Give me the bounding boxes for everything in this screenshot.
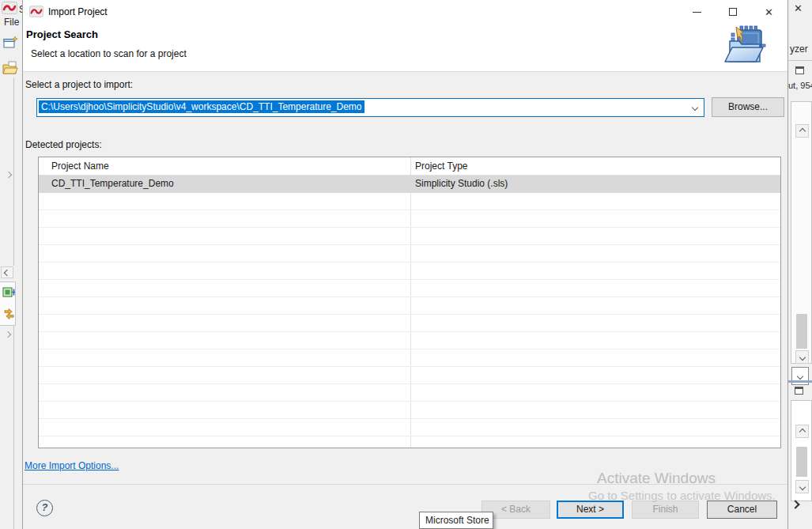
panel-edge [13, 77, 14, 266]
scroll-panel [791, 400, 812, 501]
menu-file[interactable]: File [4, 17, 19, 28]
restore-pane-icon[interactable] [795, 387, 803, 395]
refresh-sync-icon[interactable] [3, 308, 15, 323]
help-button[interactable]: ? [36, 500, 53, 516]
hscroll-right-button[interactable] [791, 500, 799, 508]
dialog-title: Import Project [48, 6, 108, 17]
table-row-empty [39, 315, 780, 332]
detected-projects-label: Detected projects: [25, 139, 102, 150]
hscroll-left-button[interactable] [1, 266, 13, 278]
panel-edge [13, 326, 14, 529]
wizard-header-subtitle: Select a location to scan for a project [31, 48, 187, 59]
chevron-down-icon [799, 483, 805, 489]
tab-label-partial[interactable]: yzer [790, 43, 808, 55]
import-project-graphic-icon [719, 25, 768, 70]
activate-windows-watermark-line2: Go to Settings to activate Windows. [588, 489, 776, 502]
activate-windows-watermark-line1: Activate Windows [597, 470, 716, 487]
maximize-button[interactable] [715, 0, 750, 24]
restore-pane-icon[interactable] [795, 66, 804, 74]
table-row-empty [39, 384, 780, 402]
close-view-icon[interactable]: ✕ [794, 2, 803, 14]
expand-panel-icon[interactable] [6, 172, 12, 178]
window-controls: ✕ [679, 0, 787, 24]
scroll-down-button[interactable] [795, 350, 809, 364]
table-row-empty [39, 280, 780, 297]
maximize-icon [729, 8, 737, 16]
project-type-cell: Simplicity Studio (.sls) [415, 178, 508, 189]
divider [788, 380, 812, 383]
table-header-row: Project Name Project Type [39, 157, 780, 176]
table-row-empty [39, 210, 780, 228]
chevron-down-icon[interactable] [692, 104, 698, 111]
scroll-up-button[interactable] [795, 124, 809, 138]
wizard-header-title: Project Search [26, 28, 98, 40]
finish-button: Finish [632, 501, 699, 519]
close-icon: ✕ [765, 6, 773, 18]
table-row-empty [39, 402, 780, 419]
column-header-project-type[interactable]: Project Type [415, 161, 467, 172]
main-window-right-rail: ✕ yzer ut, 954 [788, 0, 812, 529]
project-path-value: C:\Users\djhoo\SimplicityStudio\v4_works… [39, 100, 364, 113]
scroll-panel [791, 101, 812, 364]
dialog-app-icon [29, 6, 43, 21]
dialog-titlebar[interactable]: Import Project ✕ [23, 0, 787, 24]
divider [788, 60, 812, 61]
table-row-empty [39, 436, 780, 448]
table-row-empty [39, 245, 780, 263]
chevron-left-icon [4, 269, 10, 275]
table-row-empty [39, 367, 780, 384]
project-name-cell: CD_TTI_Temperature_Demo [51, 178, 174, 189]
column-header-project-name[interactable]: Project Name [51, 161, 109, 172]
screen: S File [0, 0, 812, 529]
scrollbar-thumb[interactable] [796, 314, 807, 349]
table-row-empty [39, 297, 780, 315]
table-row-empty [39, 419, 780, 436]
expand-panel-icon[interactable] [5, 331, 11, 338]
scroll-down-button[interactable] [795, 480, 809, 493]
taskbar-tooltip: Microsoft Store [419, 512, 493, 529]
chevron-up-icon [799, 428, 805, 434]
browse-button[interactable]: Browse... [712, 97, 784, 117]
wizard-header: Project Search Select a location to scan… [23, 24, 787, 72]
minimize-button[interactable] [679, 0, 715, 24]
main-window-left-rail: S File [0, 0, 22, 529]
scroll-up-button[interactable] [795, 425, 809, 438]
chevron-up-icon [799, 127, 805, 134]
open-folder-icon[interactable] [2, 61, 18, 78]
cancel-button[interactable]: Cancel [707, 501, 777, 519]
table-row-empty [39, 228, 780, 245]
detected-projects-table: Project Name Project Type CD_TTI_Tempera… [38, 157, 781, 448]
new-window-icon[interactable] [3, 36, 18, 52]
more-import-options-link[interactable]: More Import Options... [25, 460, 119, 471]
app-logo-icon [2, 2, 17, 17]
table-row-selected[interactable]: CD_TTI_Temperature_Demo Simplicity Studi… [39, 176, 780, 193]
table-row-empty [39, 332, 780, 350]
scrollbar-thumb[interactable] [796, 447, 807, 477]
next-button[interactable]: Next > [557, 501, 624, 519]
chevron-down-icon [797, 372, 803, 379]
close-button[interactable]: ✕ [750, 0, 787, 24]
chevron-down-icon [799, 353, 805, 360]
select-project-label: Select a project to import: [25, 79, 133, 90]
table-row-empty [39, 263, 780, 280]
project-path-combobox[interactable]: C:\Users\djhoo\SimplicityStudio\v4_works… [36, 98, 704, 117]
debug-adapter-chip-icon[interactable] [2, 285, 17, 302]
status-text-partial: ut, 954 [788, 81, 812, 90]
table-row-empty [39, 193, 780, 210]
import-project-dialog: Import Project ✕ Project Search Select a… [22, 0, 788, 529]
table-row-empty [39, 350, 780, 367]
minimize-icon [693, 12, 701, 13]
